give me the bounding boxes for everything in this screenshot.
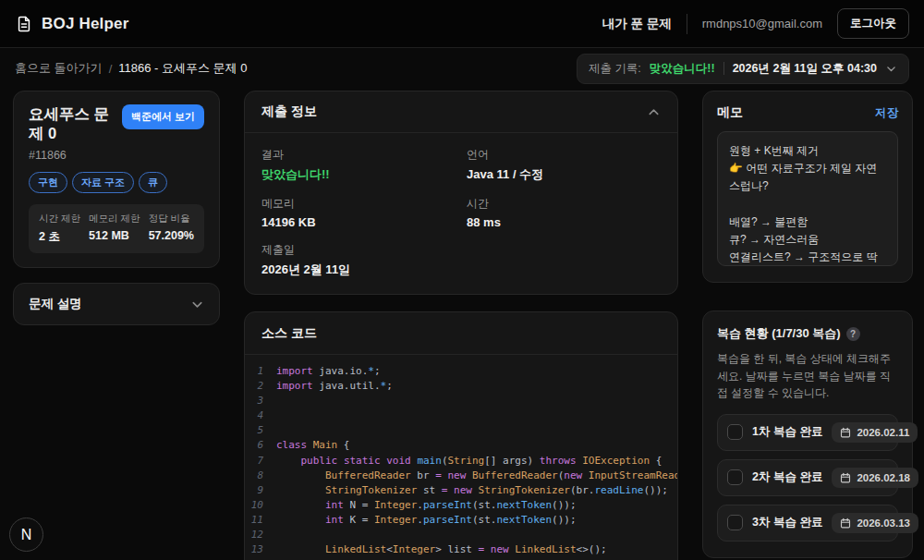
code-text xyxy=(276,528,283,542)
nav-my-solved-problems[interactable]: 내가 푼 문제 xyxy=(602,16,672,32)
memo-textarea[interactable]: 원형 + K번째 제거 👉 어떤 자료구조가 제일 자연스럽나? 배열? → 불… xyxy=(717,131,898,266)
problem-description-title: 문제 설명 xyxy=(29,296,82,312)
submission-record-date: 2026년 2월 11일 오후 04:30 xyxy=(733,61,877,77)
chevron-down-icon xyxy=(885,63,897,75)
problem-tags: 구현자료 구조큐 xyxy=(29,172,204,193)
view-on-boj-button[interactable]: 백준에서 보기 xyxy=(122,104,204,129)
field-label: 제출일 xyxy=(261,242,456,258)
line-number: 4 xyxy=(245,408,276,423)
nextjs-dev-badge[interactable]: N xyxy=(9,517,43,552)
review-checkbox[interactable] xyxy=(727,515,743,530)
code-line: 7 public static void main(String[] args)… xyxy=(245,454,677,469)
review-checkbox[interactable] xyxy=(727,424,743,440)
code-text: int N = Integer.parseInt(st.nextToken())… xyxy=(276,498,577,513)
field-label: 메모리 xyxy=(261,196,456,212)
code-text: int K = Integer.parseInt(st.nextToken())… xyxy=(276,513,577,528)
review-date-button[interactable]: 2026.02.11 xyxy=(832,422,918,443)
problem-stat: 정답 비율57.209% xyxy=(149,213,194,245)
code-line: 10 int N = Integer.parseInt(st.nextToken… xyxy=(245,498,677,513)
review-date-text: 2026.02.18 xyxy=(857,472,910,483)
code-line: 2import java.util.*; xyxy=(245,379,677,394)
breadcrumb-back-link[interactable]: 홈으로 돌아가기 xyxy=(15,60,103,77)
breadcrumb-bar: 홈으로 돌아가기 / 11866 - 요세푸스 문제 0 제출 기록: 맞았습니… xyxy=(0,48,924,89)
main-content: 요세푸스 문제 0 백준에서 보기 #11866 구현자료 구조큐 시간 제한2… xyxy=(0,89,924,560)
stat-label: 메모리 제한 xyxy=(89,213,140,225)
review-item-label: 3차 복습 완료 xyxy=(752,515,822,530)
field-value: 맞았습니다!! xyxy=(261,166,456,183)
breadcrumb-current: 11866 - 요세푸스 문제 0 xyxy=(118,60,247,77)
code-line: 4 xyxy=(245,408,677,423)
line-number: 2 xyxy=(245,379,276,394)
review-date-button[interactable]: 2026.02.18 xyxy=(832,468,918,488)
review-checkbox[interactable] xyxy=(727,469,743,485)
code-text: import java.util.*; xyxy=(276,379,393,394)
problem-tag[interactable]: 큐 xyxy=(139,172,167,193)
review-status-title: 복습 현황 (1/7/30 복습) xyxy=(717,325,841,342)
line-number: 11 xyxy=(245,513,276,528)
submission-info-fields: 결과맞았습니다!!언어Java 11 / 수정메모리14196 KB시간88 m… xyxy=(245,133,677,294)
line-number: 8 xyxy=(245,469,276,483)
user-email: rmdnps10@gmail.com xyxy=(702,17,822,30)
app-title: BOJ Helper xyxy=(42,15,129,33)
line-number: 6 xyxy=(245,438,276,453)
code-text: LinkedList<Integer> list = new LinkedLis… xyxy=(276,542,607,557)
code-text xyxy=(276,408,283,423)
problem-description-card[interactable]: 문제 설명 xyxy=(13,283,220,325)
middle-column: 제출 정보 결과맞았습니다!!언어Java 11 / 수정메모리14196 KB… xyxy=(244,91,678,560)
submission-field: 메모리14196 KB xyxy=(261,196,456,229)
review-item: 1차 복습 완료2026.02.11 xyxy=(717,414,898,451)
calendar-icon xyxy=(840,427,851,438)
review-checklist: 1차 복습 완료2026.02.112차 복습 완료2026.02.183차 복… xyxy=(717,414,898,542)
memo-save-button[interactable]: 저장 xyxy=(875,105,898,121)
code-line: 5 xyxy=(245,423,677,438)
breadcrumb: 홈으로 돌아가기 / 11866 - 요세푸스 문제 0 xyxy=(15,60,247,77)
review-date-button[interactable]: 2026.03.13 xyxy=(832,513,918,533)
line-number: 1 xyxy=(245,364,276,379)
code-text: import java.io.*; xyxy=(276,364,381,379)
submission-record-dropdown[interactable]: 제출 기록: 맞았습니다!! 2026년 2월 11일 오후 04:30 xyxy=(577,54,909,84)
problem-stat: 시간 제한2 초 xyxy=(39,213,80,245)
problem-id: #11866 xyxy=(29,149,204,162)
field-value: 14196 KB xyxy=(261,215,456,229)
code-editor[interactable]: 1import java.io.*;2import java.util.*;3 … xyxy=(245,355,677,560)
submission-field: 언어Java 11 / 수정 xyxy=(467,147,661,183)
header-divider xyxy=(687,14,687,34)
chevron-down-icon xyxy=(190,298,204,311)
stat-value: 2 초 xyxy=(39,229,80,245)
problem-summary-card: 요세푸스 문제 0 백준에서 보기 #11866 구현자료 구조큐 시간 제한2… xyxy=(13,91,220,268)
review-item-label: 1차 복습 완료 xyxy=(752,424,822,440)
submission-record-label: 제출 기록: xyxy=(589,61,641,77)
review-item: 2차 복습 완료2026.02.18 xyxy=(717,459,898,496)
line-number: 7 xyxy=(245,454,276,469)
submission-info-card: 제출 정보 결과맞았습니다!!언어Java 11 / 수정메모리14196 KB… xyxy=(244,91,678,295)
line-number: 5 xyxy=(245,423,276,438)
right-column: 메모 저장 원형 + K번째 제거 👉 어떤 자료구조가 제일 자연스럽나? 배… xyxy=(702,91,913,558)
top-header: BOJ Helper 내가 푼 문제 rmdnps10@gmail.com 로그… xyxy=(0,0,924,48)
review-date-text: 2026.02.11 xyxy=(857,427,909,438)
submission-field: 시간88 ms xyxy=(467,196,661,229)
field-value: Java 11 / 수정 xyxy=(467,166,661,183)
app-brand[interactable]: BOJ Helper xyxy=(15,15,129,33)
code-line: 9 StringTokenizer st = new StringTokeniz… xyxy=(245,483,677,498)
line-number: 12 xyxy=(245,528,276,542)
problem-title: 요세푸스 문제 0 xyxy=(29,104,115,142)
submission-info-header[interactable]: 제출 정보 xyxy=(245,91,677,133)
calendar-icon xyxy=(840,472,851,483)
code-line: 1import java.io.*; xyxy=(245,364,677,379)
submission-info-title: 제출 정보 xyxy=(261,103,317,120)
problem-tag[interactable]: 자료 구조 xyxy=(72,172,134,193)
code-text xyxy=(276,423,283,438)
field-label: 언어 xyxy=(467,147,661,163)
help-icon[interactable]: ? xyxy=(846,327,860,341)
logout-button[interactable]: 로그아웃 xyxy=(837,8,909,39)
review-status-card: 복습 현황 (1/7/30 복습) ? 복습을 한 뒤, 복습 상태에 체크해주… xyxy=(702,310,913,558)
nextjs-n-icon: N xyxy=(21,527,32,543)
line-number: 10 xyxy=(245,498,276,513)
review-item: 3차 복습 완료2026.03.13 xyxy=(717,505,898,542)
code-text xyxy=(276,394,283,408)
field-label: 결과 xyxy=(261,147,456,163)
code-line: 8 BufferedReader br = new BufferedReader… xyxy=(245,469,677,483)
problem-tag[interactable]: 구현 xyxy=(29,172,67,193)
code-line: 11 int K = Integer.parseInt(st.nextToken… xyxy=(245,513,677,528)
code-line: 3 xyxy=(245,394,677,408)
